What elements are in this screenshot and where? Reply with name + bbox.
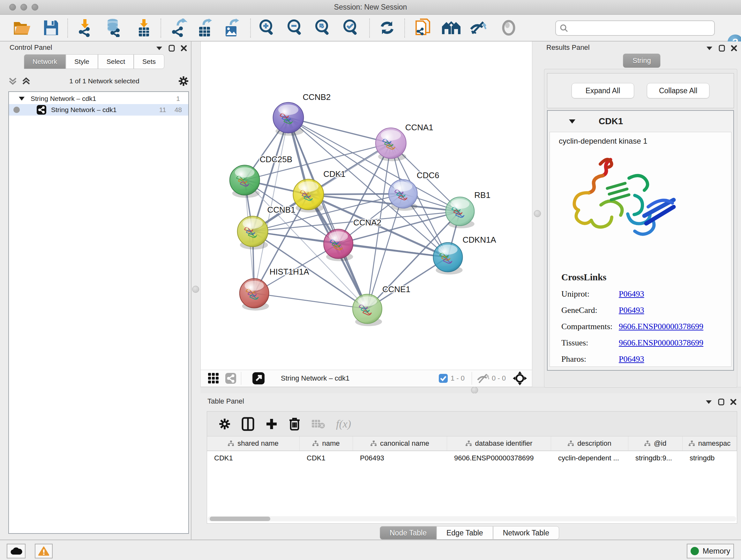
table-panel-divider[interactable]	[200, 387, 741, 393]
network-options-gear-icon[interactable]	[178, 76, 189, 86]
node-label-CDK1: CDK1	[323, 170, 345, 179]
tab-network[interactable]: Network	[24, 54, 66, 69]
left-panel-divider[interactable]	[191, 42, 200, 540]
column-header-canonical-name[interactable]: canonical name	[353, 436, 447, 450]
tab-node-table[interactable]: Node Table	[380, 526, 436, 540]
network-canvas[interactable]: CCNB2CCNA1CDC25BCDK1CDC6RB1CCNB1CCNA2CDK…	[200, 42, 532, 370]
node-CCNB2[interactable]	[273, 103, 304, 136]
node-CCNB1[interactable]	[238, 216, 268, 249]
refresh-icon[interactable]	[379, 19, 395, 36]
table-cell[interactable]: CDK1	[300, 451, 353, 465]
column-header-database-identifier[interactable]: database identifier	[447, 436, 551, 450]
import-database-icon[interactable]	[105, 18, 122, 37]
column-header-description[interactable]: description	[551, 436, 628, 450]
close-panel-icon[interactable]	[730, 399, 737, 405]
node-CDC25B[interactable]	[230, 165, 260, 198]
column-header-namespac[interactable]: namespac	[683, 436, 737, 450]
table-row[interactable]: CDK1CDK1P064939606.ENSP00000378699cyclin…	[207, 451, 737, 465]
network-collection-row[interactable]: String Network – cdk1 1	[9, 93, 188, 104]
warning-button[interactable]	[35, 544, 53, 558]
export-image-icon[interactable]	[223, 18, 240, 37]
table-cell[interactable]: cyclin-dependent ...	[551, 451, 628, 465]
network-share-view-icon[interactable]	[225, 373, 237, 384]
table-cell[interactable]: stringdb	[683, 451, 737, 465]
collapse-all-button[interactable]: Collapse All	[647, 83, 710, 98]
float-panel-icon[interactable]	[718, 398, 724, 406]
export-network-icon[interactable]	[170, 18, 187, 37]
hide-unhide-icon[interactable]	[468, 19, 487, 36]
table-horizontal-scrollbar[interactable]	[208, 516, 736, 521]
search-input[interactable]	[569, 24, 714, 32]
export-table-icon[interactable]	[197, 18, 213, 37]
node-CCNA1[interactable]	[376, 128, 406, 161]
expand-all-button[interactable]: Expand All	[571, 83, 634, 98]
collection-expand-icon[interactable]	[18, 96, 25, 101]
crosslink-label: Uniprot:	[561, 289, 619, 299]
import-network-icon[interactable]	[76, 18, 93, 37]
close-panel-icon[interactable]	[731, 45, 737, 51]
node-CDKN1A[interactable]	[433, 243, 463, 274]
float-panel-icon[interactable]	[719, 45, 725, 52]
string-homes-icon[interactable]	[441, 20, 461, 36]
edge-HIST1H1A-CCNE1[interactable]	[254, 293, 367, 309]
node-table[interactable]: shared namenamecanonical namedatabase id…	[207, 436, 737, 510]
close-panel-icon[interactable]	[181, 45, 187, 51]
expand-all-networks-icon[interactable]	[22, 76, 30, 86]
zoom-fit-icon[interactable]	[314, 19, 332, 37]
scrollbar-thumb[interactable]	[210, 516, 270, 521]
node-CDK1[interactable]	[293, 179, 324, 212]
add-column-icon[interactable]	[265, 418, 278, 430]
node-CCNE1[interactable]	[353, 294, 382, 326]
panel-menu-icon[interactable]	[705, 399, 712, 405]
crosslink-value[interactable]: P06493	[619, 306, 644, 315]
node-CDC6[interactable]	[389, 179, 417, 211]
crosslink-value[interactable]: 9606.ENSP00000378699	[619, 322, 703, 331]
fit-content-crosshair-icon[interactable]	[513, 371, 527, 385]
import-table-icon[interactable]	[136, 18, 151, 37]
hidden-elements-icon[interactable]	[476, 373, 489, 384]
edge-CCNB2-CCNA1[interactable]	[288, 118, 391, 143]
memory-button[interactable]: Memory	[687, 544, 734, 558]
column-header--id[interactable]: @id	[628, 436, 683, 450]
node-HIST1H1A[interactable]	[240, 279, 269, 311]
table-cell[interactable]: CDK1	[207, 451, 300, 465]
panel-menu-icon[interactable]	[156, 46, 163, 51]
zoom-out-icon[interactable]	[286, 19, 304, 37]
node-RB1[interactable]	[446, 197, 475, 228]
detach-view-icon[interactable]	[252, 372, 265, 385]
gene-collapse-icon[interactable]	[569, 119, 576, 124]
grid-view-icon[interactable]	[208, 373, 219, 384]
tab-select[interactable]: Select	[98, 54, 134, 69]
node-CCNA2[interactable]	[324, 229, 353, 261]
tab-style[interactable]: Style	[66, 54, 98, 69]
duplicate-network-icon[interactable]	[414, 18, 432, 38]
delete-column-icon[interactable]	[289, 417, 300, 431]
open-file-icon[interactable]	[13, 19, 31, 36]
preview-icon[interactable]	[501, 19, 517, 36]
show-columns-icon[interactable]	[242, 417, 254, 431]
tab-network-table[interactable]: Network Table	[493, 526, 559, 540]
table-cell[interactable]: P06493	[353, 451, 447, 465]
table-settings-gear-icon[interactable]	[219, 418, 231, 430]
network-row-selected[interactable]: String Network – cdk1 11 48	[9, 104, 188, 116]
column-header-shared-name[interactable]: shared name	[207, 436, 300, 450]
crosslink-value[interactable]: P06493	[619, 354, 644, 364]
table-cell[interactable]: 9606.ENSP00000378699	[447, 451, 551, 465]
tab-sets[interactable]: Sets	[134, 54, 164, 69]
panel-menu-icon[interactable]	[706, 46, 713, 51]
tab-string[interactable]: String	[623, 54, 660, 68]
collapse-all-networks-icon[interactable]	[8, 76, 17, 86]
cloud-button[interactable]	[7, 544, 25, 558]
zoom-in-icon[interactable]	[258, 19, 276, 37]
tab-edge-table[interactable]: Edge Table	[436, 526, 493, 540]
save-session-icon[interactable]	[43, 19, 59, 36]
crosslink-value[interactable]: 9606.ENSP00000378699	[619, 338, 703, 348]
selected-nodes-checkbox[interactable]	[439, 374, 448, 383]
column-header-name[interactable]: name	[300, 436, 353, 450]
crosslink-value[interactable]: P06493	[619, 289, 644, 299]
delete-table-icon	[311, 419, 325, 429]
float-panel-icon[interactable]	[169, 45, 175, 52]
table-cell[interactable]: stringdb:9...	[628, 451, 683, 465]
zoom-selected-icon[interactable]	[342, 19, 360, 37]
edge-CCNB2-CCNE1[interactable]	[288, 118, 367, 309]
